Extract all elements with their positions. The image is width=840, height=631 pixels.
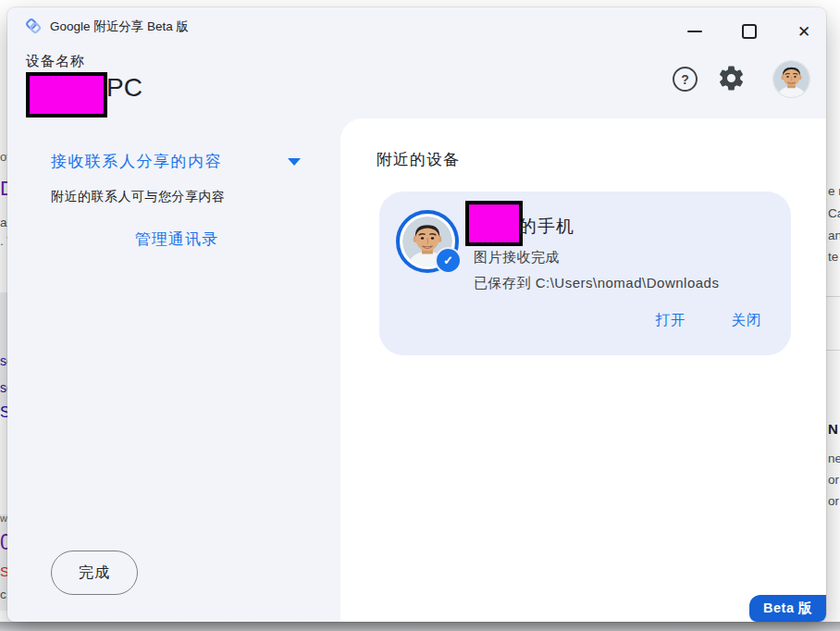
device-name-value: PC bbox=[106, 73, 142, 103]
help-icon: ? bbox=[681, 72, 689, 87]
maximize-icon bbox=[742, 24, 757, 39]
beta-badge: Beta 版 bbox=[749, 595, 826, 622]
background-text-fragment: a bbox=[0, 217, 7, 230]
device-card: ✓ 的手机 图片接收完成 已保存到 C:\Users\nomad\Downloa… bbox=[379, 192, 791, 355]
help-button[interactable]: ? bbox=[673, 67, 698, 92]
background-divider bbox=[826, 350, 840, 351]
beta-badge-label: Beta 版 bbox=[763, 600, 812, 617]
background-bottom-bar bbox=[0, 622, 840, 631]
redacted-device-name bbox=[26, 72, 107, 118]
background-text-fragment: an bbox=[828, 229, 840, 243]
minimize-button[interactable] bbox=[683, 19, 707, 43]
avatar-photo bbox=[773, 61, 809, 97]
window-title: Google 附近分享 Beta 版 bbox=[50, 19, 189, 35]
dismiss-button[interactable]: 关闭 bbox=[720, 306, 773, 334]
background-text-fragment: or bbox=[828, 495, 839, 509]
background-text-fragment: Ca bbox=[828, 207, 840, 221]
manage-contacts-link[interactable]: 管理通讯录 bbox=[135, 229, 218, 250]
nearby-devices-heading: 附近的设备 bbox=[377, 149, 460, 170]
saved-path-text: 已保存到 C:\Users\nomad\Downloads bbox=[474, 275, 719, 292]
minimize-icon bbox=[687, 31, 702, 32]
visibility-dropdown[interactable]: 接收联系人分享的内容 bbox=[51, 151, 222, 172]
close-icon: ✕ bbox=[797, 22, 810, 42]
background-text-fragment: c bbox=[0, 588, 6, 602]
close-button[interactable]: ✕ bbox=[792, 19, 816, 43]
background-divider bbox=[826, 296, 840, 297]
device-name-label: 设备名称 bbox=[26, 53, 85, 70]
redacted-sender-name bbox=[465, 201, 523, 246]
chevron-down-icon[interactable] bbox=[288, 158, 301, 166]
account-avatar[interactable] bbox=[773, 61, 809, 97]
open-button-label: 打开 bbox=[656, 311, 686, 330]
nearby-share-app-icon bbox=[24, 17, 43, 35]
gear-icon bbox=[720, 67, 743, 91]
maximize-button[interactable] bbox=[737, 19, 761, 43]
background-text-fragment: or bbox=[828, 474, 839, 488]
desktop-background: oft Do a . W sd sd S wn 0, S c e r Ca an… bbox=[0, 0, 840, 631]
background-text-fragment: ne bbox=[828, 452, 840, 466]
done-button-label: 完成 bbox=[79, 563, 110, 583]
background-text-fragment: te bbox=[828, 251, 838, 265]
settings-button[interactable] bbox=[717, 64, 746, 93]
dismiss-button-label: 关闭 bbox=[732, 311, 762, 330]
transfer-status-text: 图片接收完成 bbox=[474, 249, 560, 266]
sender-device-title: 的手机 bbox=[519, 215, 574, 239]
visibility-description: 附近的联系人可与您分享内容 bbox=[51, 189, 226, 205]
done-button[interactable]: 完成 bbox=[51, 551, 138, 595]
transfer-complete-badge: ✓ bbox=[435, 247, 462, 274]
background-text-fragment: e r bbox=[828, 185, 840, 199]
open-button[interactable]: 打开 bbox=[644, 306, 698, 334]
check-icon: ✓ bbox=[443, 254, 453, 267]
nearby-share-window: Google 附近分享 Beta 版 ✕ 设备名称 PC ? 附近的设备 ✓ 的… bbox=[7, 7, 826, 622]
background-text-fragment: N bbox=[828, 422, 838, 438]
